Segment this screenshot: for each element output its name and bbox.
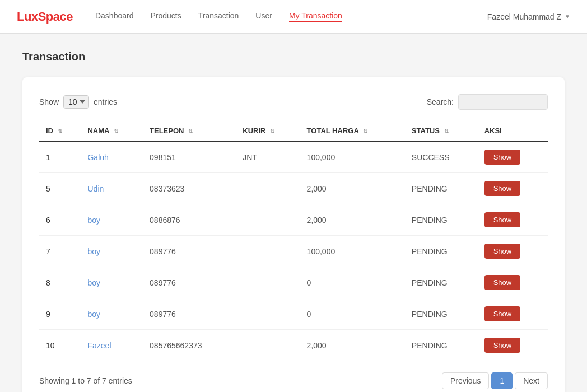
cell-kurir bbox=[236, 298, 300, 330]
entries-select[interactable]: 10 25 50 bbox=[63, 95, 89, 109]
cell-status: SUCCESS bbox=[405, 141, 478, 173]
show-button-7[interactable]: Show bbox=[484, 244, 521, 259]
table-row: 5 Udin 08373623 2,000 PENDING Show bbox=[39, 173, 548, 204]
sort-icon-id: ⇅ bbox=[58, 128, 62, 134]
cell-aksi: Show bbox=[478, 298, 548, 330]
cell-id: 8 bbox=[39, 267, 81, 298]
cell-nama: boy bbox=[81, 267, 143, 298]
nav-links: Dashboard Products Transaction User My T… bbox=[95, 11, 487, 22]
cell-status: PENDING bbox=[405, 267, 478, 298]
next-button[interactable]: Next bbox=[515, 372, 548, 389]
table-row: 7 boy 089776 100,000 PENDING Show bbox=[39, 236, 548, 267]
page-1-button[interactable]: 1 bbox=[491, 372, 513, 389]
entries-label: entries bbox=[94, 97, 117, 106]
col-aksi: AKSI bbox=[478, 121, 548, 141]
previous-button[interactable]: Previous bbox=[442, 372, 489, 389]
table-row: 9 boy 089776 0 PENDING Show bbox=[39, 298, 548, 330]
cell-aksi: Show bbox=[478, 141, 548, 173]
cell-kurir bbox=[236, 267, 300, 298]
search-input[interactable] bbox=[458, 94, 548, 110]
cell-kurir: JNT bbox=[236, 141, 300, 173]
chevron-down-icon: ▼ bbox=[565, 13, 570, 20]
cell-nama: Fazeel bbox=[81, 330, 143, 361]
cell-status: PENDING bbox=[405, 236, 478, 267]
sort-icon-status: ⇅ bbox=[444, 128, 449, 134]
search-label: Search: bbox=[427, 97, 454, 106]
table-row: 8 boy 089776 0 PENDING Show bbox=[39, 267, 548, 298]
nav-username: Fazeel Muhammad Z bbox=[487, 12, 561, 21]
table-row: 10 Fazeel 085765662373 2,000 PENDING Sho… bbox=[39, 330, 548, 361]
show-button-5[interactable]: Show bbox=[484, 181, 521, 196]
col-telepon[interactable]: TELEPON ⇅ bbox=[143, 121, 236, 141]
cell-id: 6 bbox=[39, 204, 81, 236]
cell-telepon: 089776 bbox=[143, 298, 236, 330]
show-entries: Show 10 25 50 entries bbox=[39, 95, 117, 109]
show-button-9[interactable]: Show bbox=[484, 306, 521, 321]
cell-aksi: Show bbox=[478, 173, 548, 204]
cell-telepon: 0886876 bbox=[143, 204, 236, 236]
cell-telepon: 089776 bbox=[143, 267, 236, 298]
nav-my-transaction[interactable]: My Transaction bbox=[289, 11, 342, 22]
cell-nama: boy bbox=[81, 204, 143, 236]
cell-total-harga: 100,000 bbox=[300, 236, 405, 267]
showing-info: Showing 1 to 7 of 7 entries bbox=[39, 376, 132, 385]
sort-icon-total: ⇅ bbox=[363, 128, 367, 134]
nav-products[interactable]: Products bbox=[150, 11, 181, 22]
cell-nama: boy bbox=[81, 236, 143, 267]
cell-id: 5 bbox=[39, 173, 81, 204]
cell-total-harga: 2,000 bbox=[300, 330, 405, 361]
table-row: 1 Galuh 098151 JNT 100,000 SUCCESS Show bbox=[39, 141, 548, 173]
cell-kurir bbox=[236, 173, 300, 204]
col-status[interactable]: STATUS ⇅ bbox=[405, 121, 478, 141]
pagination: Previous 1 Next bbox=[442, 372, 548, 389]
cell-total-harga: 0 bbox=[300, 267, 405, 298]
cell-telepon: 08373623 bbox=[143, 173, 236, 204]
cell-telepon: 098151 bbox=[143, 141, 236, 173]
show-button-6[interactable]: Show bbox=[484, 212, 521, 227]
sort-icon-kurir: ⇅ bbox=[270, 128, 274, 134]
navbar: LuxSpace Dashboard Products Transaction … bbox=[0, 0, 587, 34]
cell-telepon: 085765662373 bbox=[143, 330, 236, 361]
table-controls-top: Show 10 25 50 entries Search: bbox=[39, 94, 548, 110]
transaction-card: Show 10 25 50 entries Search: ID ⇅ NAMA … bbox=[22, 77, 565, 392]
table-row: 6 boy 0886876 2,000 PENDING Show bbox=[39, 204, 548, 236]
nav-user[interactable]: User bbox=[255, 11, 272, 22]
nav-user-menu[interactable]: Fazeel Muhammad Z ▼ bbox=[487, 12, 570, 21]
logo-part1: Lux bbox=[17, 10, 38, 24]
cell-kurir bbox=[236, 330, 300, 361]
cell-status: PENDING bbox=[405, 173, 478, 204]
nav-dashboard[interactable]: Dashboard bbox=[95, 11, 134, 22]
nav-transaction[interactable]: Transaction bbox=[198, 11, 239, 22]
cell-nama: Galuh bbox=[81, 141, 143, 173]
cell-status: PENDING bbox=[405, 204, 478, 236]
cell-total-harga: 2,000 bbox=[300, 173, 405, 204]
transactions-table: ID ⇅ NAMA ⇅ TELEPON ⇅ KURIR ⇅ TOTAL HARG… bbox=[39, 121, 548, 361]
page-title: Transaction bbox=[22, 50, 565, 63]
sort-icon-telepon: ⇅ bbox=[188, 128, 193, 134]
col-total-harga[interactable]: TOTAL HARGA ⇅ bbox=[300, 121, 405, 141]
sort-icon-nama: ⇅ bbox=[114, 128, 118, 134]
page-content: Transaction Show 10 25 50 entries Search… bbox=[0, 34, 587, 392]
cell-id: 9 bbox=[39, 298, 81, 330]
cell-status: PENDING bbox=[405, 330, 478, 361]
cell-aksi: Show bbox=[478, 236, 548, 267]
cell-kurir bbox=[236, 204, 300, 236]
cell-nama: boy bbox=[81, 298, 143, 330]
cell-status: PENDING bbox=[405, 298, 478, 330]
cell-aksi: Show bbox=[478, 267, 548, 298]
cell-id: 1 bbox=[39, 141, 81, 173]
cell-total-harga: 100,000 bbox=[300, 141, 405, 173]
table-header-row: ID ⇅ NAMA ⇅ TELEPON ⇅ KURIR ⇅ TOTAL HARG… bbox=[39, 121, 548, 141]
col-nama[interactable]: NAMA ⇅ bbox=[81, 121, 143, 141]
table-controls-bottom: Showing 1 to 7 of 7 entries Previous 1 N… bbox=[39, 372, 548, 389]
show-button-1[interactable]: Show bbox=[484, 150, 521, 165]
show-label: Show bbox=[39, 97, 59, 106]
col-kurir[interactable]: KURIR ⇅ bbox=[236, 121, 300, 141]
col-id[interactable]: ID ⇅ bbox=[39, 121, 81, 141]
show-button-10[interactable]: Show bbox=[484, 338, 521, 353]
cell-kurir bbox=[236, 236, 300, 267]
cell-id: 10 bbox=[39, 330, 81, 361]
cell-telepon: 089776 bbox=[143, 236, 236, 267]
cell-aksi: Show bbox=[478, 330, 548, 361]
show-button-8[interactable]: Show bbox=[484, 275, 521, 290]
